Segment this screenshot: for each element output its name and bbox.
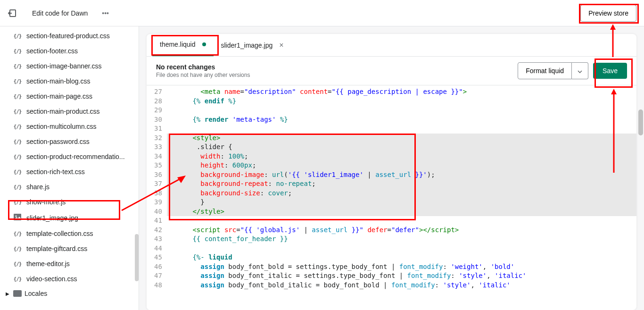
file-item[interactable]: share.js bbox=[0, 179, 139, 194]
code-file-icon bbox=[13, 47, 22, 55]
close-tab-icon[interactable]: × bbox=[279, 41, 283, 50]
main: section-featured-product.csssection-foot… bbox=[0, 26, 644, 310]
code-line[interactable]: height: 600px; bbox=[167, 161, 636, 170]
file-label: section-footer.css bbox=[26, 47, 78, 55]
line-number: 29 bbox=[154, 106, 162, 115]
file-label: section-image-banner.css bbox=[26, 62, 102, 70]
code-line[interactable]: background-repeat: no-repeat; bbox=[167, 179, 636, 189]
line-number: 48 bbox=[154, 281, 162, 290]
editor-tab[interactable]: slider1_image.jpg× bbox=[214, 34, 291, 56]
file-item[interactable]: template-giftcard.css bbox=[0, 241, 139, 256]
code-line[interactable] bbox=[167, 244, 636, 253]
file-label: section-featured-product.css bbox=[26, 32, 110, 40]
file-item[interactable]: section-product-recommendatio... bbox=[0, 149, 139, 164]
code-line[interactable]: } bbox=[167, 198, 636, 207]
line-number: 44 bbox=[154, 244, 162, 253]
line-number: 47 bbox=[154, 271, 162, 281]
code-line[interactable]: {%- liquid bbox=[167, 253, 636, 262]
code-file-icon bbox=[13, 168, 22, 176]
code-file-icon bbox=[13, 152, 22, 161]
editor-tab[interactable]: theme.liquid bbox=[152, 34, 214, 56]
tabs: theme.liquidslider1_image.jpg× bbox=[147, 34, 636, 57]
line-number: 41 bbox=[154, 216, 162, 226]
code-line[interactable]: background-size: cover; bbox=[167, 189, 636, 198]
code-file-icon bbox=[13, 32, 22, 40]
code-line[interactable]: assign body_font_bold = settings.type_bo… bbox=[167, 262, 636, 272]
code-file-icon bbox=[13, 229, 22, 238]
file-item[interactable]: section-main-product.css bbox=[0, 104, 139, 119]
header-bar: Edit code for Dawn ••• Preview store bbox=[0, 0, 644, 26]
vertical-scrollbar-thumb[interactable] bbox=[638, 109, 643, 135]
line-number: 33 bbox=[154, 142, 162, 152]
code-file-icon bbox=[13, 137, 22, 146]
caret-right-icon: ▶ bbox=[6, 291, 10, 296]
file-label: share.js bbox=[26, 183, 50, 191]
file-item[interactable]: theme-editor.js bbox=[0, 256, 139, 271]
code-line[interactable]: <style> bbox=[167, 134, 636, 143]
file-item[interactable]: slider1_image.jpg bbox=[0, 209, 139, 226]
file-label: section-password.css bbox=[26, 138, 90, 145]
code-line[interactable]: assign body_font_bold_italic = body_font… bbox=[167, 281, 636, 290]
line-number: 36 bbox=[154, 170, 162, 180]
line-number: 35 bbox=[154, 161, 162, 170]
code-line[interactable]: {% endif %} bbox=[167, 97, 636, 106]
folder-item[interactable]: ▶Locales bbox=[0, 286, 139, 301]
code-line[interactable]: {{ content_for_header }} bbox=[167, 235, 636, 244]
modified-dot-icon bbox=[202, 42, 206, 46]
code-line[interactable]: .slider { bbox=[167, 142, 636, 152]
header-left: Edit code for Dawn ••• bbox=[8, 8, 111, 18]
line-number: 40 bbox=[154, 207, 162, 217]
file-label: video-section.css bbox=[26, 275, 77, 283]
header-right: Preview store bbox=[580, 5, 636, 22]
file-item[interactable]: section-image-banner.css bbox=[0, 59, 139, 74]
save-button[interactable]: Save bbox=[593, 63, 627, 79]
toolbar-actions: Format liquid Save bbox=[518, 62, 627, 79]
code-line[interactable]: </style> bbox=[167, 207, 636, 217]
chevron-down-icon bbox=[578, 70, 582, 73]
code-line[interactable]: width: 100%; bbox=[167, 152, 636, 161]
line-number: 34 bbox=[154, 152, 162, 161]
file-item[interactable]: section-rich-text.css bbox=[0, 164, 139, 179]
folder-icon bbox=[13, 290, 22, 297]
format-liquid-button[interactable]: Format liquid bbox=[518, 62, 572, 79]
code-line[interactable]: assign body_font_italic = settings.type_… bbox=[167, 271, 636, 281]
code-line[interactable]: {% render 'meta-tags' %} bbox=[167, 115, 636, 125]
file-item[interactable]: template-collection.css bbox=[0, 226, 139, 241]
line-gutter: 2728293031323334353637383940414243444546… bbox=[147, 85, 167, 310]
file-item[interactable]: section-footer.css bbox=[0, 43, 139, 59]
file-label: section-rich-text.css bbox=[26, 168, 85, 176]
code-line[interactable]: background-image: url('{{ 'slider1_image… bbox=[167, 170, 636, 180]
file-label: theme-editor.js bbox=[26, 260, 70, 268]
code-line[interactable] bbox=[167, 106, 636, 115]
code-line[interactable]: <script src="{{ 'global.js' | asset_url … bbox=[167, 226, 636, 235]
format-dropdown-button[interactable] bbox=[572, 62, 588, 79]
more-icon[interactable]: ••• bbox=[102, 9, 111, 17]
file-item[interactable]: section-main-page.css bbox=[0, 89, 139, 104]
code-file-icon bbox=[13, 77, 22, 85]
file-item[interactable]: section-multicolumn.css bbox=[0, 119, 139, 134]
exit-icon[interactable] bbox=[8, 8, 17, 18]
editor-area: theme.liquidslider1_image.jpg× No recent… bbox=[139, 26, 644, 310]
toolbar-info: No recent changes File does not have any… bbox=[156, 63, 250, 78]
image-icon bbox=[13, 213, 22, 223]
code-line[interactable] bbox=[167, 216, 636, 226]
line-number: 28 bbox=[154, 97, 162, 106]
file-item[interactable]: section-main-blog.css bbox=[0, 74, 139, 89]
preview-store-button[interactable]: Preview store bbox=[580, 5, 636, 22]
file-item[interactable]: video-section.css bbox=[0, 271, 139, 286]
code-file-icon bbox=[13, 198, 22, 206]
code-content[interactable]: <meta name="description" content="{{ pag… bbox=[167, 85, 636, 310]
folder-label: Locales bbox=[25, 290, 47, 297]
file-label: show-more.js bbox=[26, 198, 66, 206]
code-editor[interactable]: 2728293031323334353637383940414243444546… bbox=[147, 85, 636, 310]
code-file-icon bbox=[13, 92, 22, 101]
code-line[interactable]: <meta name="description" content="{{ pag… bbox=[167, 87, 636, 97]
line-number: 42 bbox=[154, 226, 162, 235]
file-item[interactable]: section-password.css bbox=[0, 134, 139, 149]
file-item[interactable]: show-more.js bbox=[0, 194, 139, 209]
file-label: section-product-recommendatio... bbox=[26, 153, 125, 160]
file-item[interactable]: section-featured-product.css bbox=[0, 28, 139, 43]
sidebar-scrollbar[interactable] bbox=[135, 234, 139, 281]
code-line[interactable] bbox=[167, 124, 636, 134]
code-file-icon bbox=[13, 260, 22, 268]
